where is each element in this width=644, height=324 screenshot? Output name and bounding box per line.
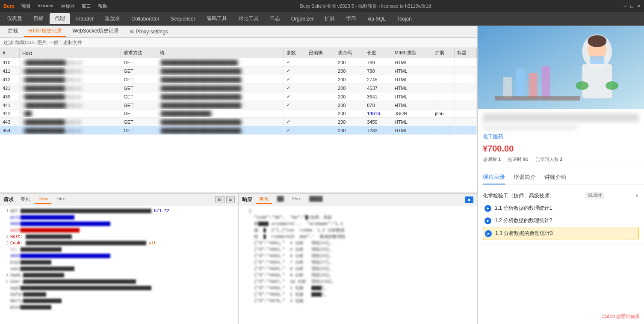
sub-tab-websocket[interactable]: WebSocket历史记录	[68, 26, 123, 37]
svg-rect-9	[542, 66, 550, 98]
menu-intruder[interactable]: Intruder	[38, 3, 54, 9]
course-info: 化工医药 ¥700.00 总课程 1 总课时 91 已学习人数 2	[478, 109, 644, 167]
filter-bar[interactable]: 过滤: 隐藏CSS, 图片, 一般二进制文件	[0, 38, 477, 48]
tab-hex[interactable]: Hex	[53, 195, 68, 204]
tab-resp-raw[interactable]: ██	[274, 195, 287, 204]
menu-window[interactable]: 窗口	[82, 3, 91, 9]
lesson-item-1-3[interactable]: 1.3 分析数据的数理统计3	[483, 227, 639, 240]
col-ext[interactable]: 扩展	[432, 48, 455, 58]
course-subtitle-blurred	[483, 125, 576, 131]
tab-logger[interactable]: 日志	[265, 13, 285, 24]
tab-xiasql[interactable]: xia SQL	[362, 14, 391, 24]
tab-dashboard[interactable]: 仪表盘	[2, 13, 27, 24]
response-panel-header: 响应 美化 ██ Hex ████ ■	[239, 193, 477, 206]
proxy-settings-link[interactable]: ⚙ Proxy settings	[125, 27, 172, 36]
request-actions: In ≡	[215, 196, 235, 203]
svg-point-12	[588, 35, 606, 47]
collapse-icon[interactable]: ∧	[635, 193, 639, 199]
tab-raw[interactable]: Raw	[35, 195, 51, 204]
close-button[interactable]: ✕	[637, 3, 641, 9]
svg-rect-7	[516, 68, 525, 98]
code-line: {"d":"4669," 2 化验 ████},	[240, 291, 475, 298]
menu-help[interactable]: 帮助	[98, 3, 107, 9]
col-method[interactable]: 请求方法	[121, 48, 157, 58]
request-tabs: 美化 Raw Hex	[17, 195, 68, 204]
code-line: {"d":"4662," 5 分析 理统计5},	[240, 247, 475, 253]
col-path[interactable]: 请	[157, 48, 284, 58]
tab-tsojan[interactable]: Tsojan	[392, 14, 417, 24]
course-title-blurred	[483, 113, 639, 122]
table-row[interactable]: 454 h████████████.com.cn GET /██████████…	[0, 126, 477, 135]
svg-rect-8	[529, 73, 538, 98]
bottom-panels: 请求 美化 Raw Hex In ≡ 1 GET ███████████████…	[0, 193, 477, 324]
window-controls[interactable]: ─ □ ✕	[624, 3, 641, 9]
app-body: 拦截 HTTP历史记录 WebSocket历史记录 ⚙ Proxy settin…	[0, 26, 644, 324]
tab-target[interactable]: 目标	[28, 13, 49, 24]
table-row[interactable]: 442 h██ GET /███████████████ 200 14616 J…	[0, 110, 477, 118]
table-row[interactable]: 441 H████████████.com.cn GET /██████████…	[0, 101, 477, 110]
sub-tab-http-history[interactable]: HTTP历史记录	[24, 26, 66, 37]
table-row[interactable]: 410 H████████████.com.cn GET /██████████…	[0, 58, 477, 67]
tab-resp-extra[interactable]: ████	[306, 195, 326, 204]
tab-encoder[interactable]: 编码工具	[201, 13, 232, 24]
table-row[interactable]: 411 h████████████.com.cn GET /██████████…	[0, 67, 477, 75]
tab-comparer[interactable]: 对比工具	[233, 13, 264, 24]
maximize-button[interactable]: □	[630, 3, 633, 9]
send-to-intruder-button[interactable]: In	[215, 196, 225, 203]
tab-intruder[interactable]: Intruder	[71, 14, 99, 24]
svg-point-5	[606, 81, 618, 90]
tab-extensions[interactable]: 扩展	[319, 13, 340, 24]
svg-point-4	[576, 81, 588, 90]
table-row[interactable]: 439 h████████████.com.cn GET /██████████…	[0, 92, 477, 101]
more-tabs-button[interactable]: ···	[638, 16, 642, 22]
tab-resp-hex[interactable]: Hex	[289, 195, 304, 204]
minimize-button[interactable]: ─	[624, 3, 627, 9]
code-line: {"d":"4664," 7 分析 理统计7},	[240, 259, 475, 266]
course-section-header: 化学检验工（技师、高级技师） 91课时 ∧	[483, 192, 639, 199]
response-code-area[interactable]: { "code":"OK", "me":"█(技师、高级 师████ urseW…	[239, 206, 477, 324]
col-host[interactable]: Host	[20, 48, 121, 58]
col-status[interactable]: 状态码	[335, 48, 364, 58]
course-navigation: 课程目录 培训简介 讲师介绍	[478, 167, 644, 185]
code-line: Wind████████████	[2, 304, 236, 311]
response-tabs: 美化 ██ Hex ████	[256, 195, 326, 204]
tab-repeater[interactable]: 重放器	[100, 13, 125, 24]
code-line: 据 █ 1"},{"cou rseWa 1.2 分析数据	[240, 227, 475, 234]
col-id[interactable]: #	[0, 48, 20, 58]
toggle-button[interactable]: ■	[465, 196, 473, 203]
stat-learners: 已学习人数 2	[535, 156, 563, 163]
tab-sequencer[interactable]: Sequencer	[165, 14, 201, 24]
tab-collaborator[interactable]: Collaborator	[126, 14, 164, 24]
col-edited[interactable]: 已编辑	[306, 48, 335, 58]
menu-project[interactable]: 项目	[21, 3, 31, 9]
play-icon	[484, 205, 491, 212]
course-nav-catalog[interactable]: 课程目录	[483, 171, 505, 184]
course-nav-intro[interactable]: 培训简介	[514, 171, 536, 184]
table-row[interactable]: 443 h████████████.com.cn GET /██████████…	[0, 118, 477, 126]
request-code-area[interactable]: 1 GET ██████████████████████████████████…	[0, 206, 238, 324]
menu-repeater[interactable]: 重放器	[61, 3, 75, 9]
col-title[interactable]: 标题	[455, 48, 477, 58]
course-nav-instructor[interactable]: 讲师介绍	[544, 171, 567, 184]
tab-proxy[interactable]: 代理	[50, 13, 70, 24]
options-button[interactable]: ≡	[226, 196, 235, 203]
col-mime[interactable]: MIME类型	[392, 48, 432, 58]
col-length[interactable]: 长度	[364, 48, 392, 58]
section-title: 化学检验工（技师、高级技师）	[483, 192, 555, 199]
tab-organizer[interactable]: Organizer	[286, 14, 319, 24]
table-row[interactable]: 421 h████████████.com.cn GET /██████████…	[0, 84, 477, 92]
course-content: 化学检验工（技师、高级技师） 91课时 ∧ 1.1 分析数据的数理统计1 1.2…	[478, 185, 644, 324]
lesson-item-1-2[interactable]: 1.2 分析数据的数理统计2	[483, 214, 639, 227]
menu-bar: 项目 Intruder 重放器 窗口 帮助	[21, 3, 107, 9]
tab-learn[interactable]: 学习	[341, 13, 361, 24]
sub-tab-intercept[interactable]: 拦截	[3, 26, 22, 37]
tab-beautify[interactable]: 美化	[17, 195, 33, 204]
course-tag[interactable]: 化工医药	[483, 133, 639, 140]
tab-resp-beautify[interactable]: 美化	[256, 195, 272, 204]
http-history-table[interactable]: # Host 请求方法 请 参数 已编辑 状态码 长度 MIME类型 扩展 标题	[0, 48, 477, 193]
col-params[interactable]: 参数	[284, 48, 306, 58]
lesson-item-1-1[interactable]: 1.1 分析数据的数理统计1	[483, 202, 639, 214]
table-row[interactable]: 412 h████████████.com.cn GET /██████████…	[0, 75, 477, 84]
code-line: Safar█████████	[2, 291, 236, 298]
lesson-title-1-2: 1.2 分析数据的数理统计2	[495, 217, 552, 224]
